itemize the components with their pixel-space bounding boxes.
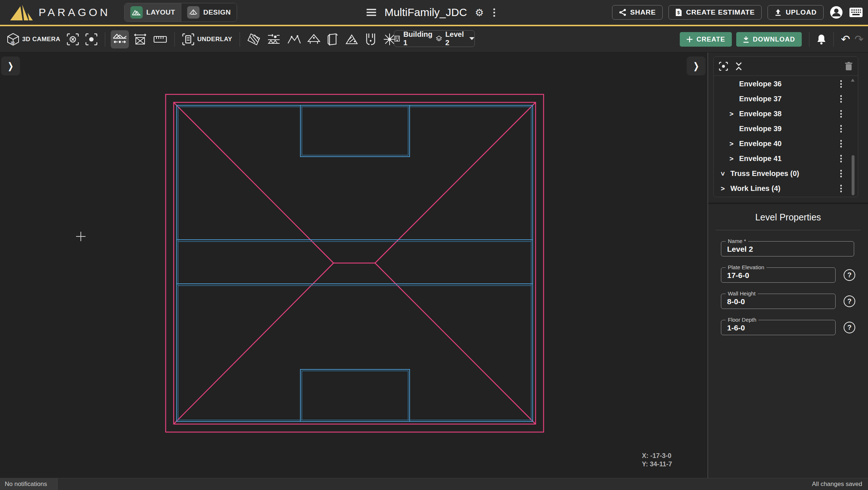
chevron-down-icon[interactable]: > xyxy=(719,169,727,179)
truss-spacing-icon xyxy=(267,33,281,46)
main-area: ❭ ❭ X: -17-3-0 Y: 34-11-7 xyxy=(0,52,868,478)
tab-layout[interactable]: LAYOUT xyxy=(125,3,181,21)
save-status: All changes saved xyxy=(812,481,868,488)
divider xyxy=(715,230,861,230)
account-icon[interactable] xyxy=(829,5,843,19)
focus-selection-icon[interactable] xyxy=(719,62,728,71)
help-icon[interactable]: ? xyxy=(844,322,855,333)
undo-icon[interactable]: ↶ xyxy=(841,34,850,45)
toolbar-separator xyxy=(809,32,809,47)
tool-measure[interactable] xyxy=(151,30,169,48)
chevron-right-icon[interactable]: > xyxy=(727,140,736,148)
share-button[interactable]: SHARE xyxy=(612,5,663,20)
tree-scrollbar[interactable] xyxy=(852,155,855,195)
3d-camera-label: 3D CAMERA xyxy=(22,36,60,43)
building-level-selector[interactable]: Building 1 Level 2 xyxy=(394,30,475,47)
wall-height-field: Wall Height xyxy=(721,294,836,309)
item-menu-icon[interactable] xyxy=(840,95,842,103)
more-options-icon[interactable] xyxy=(492,7,497,18)
item-menu-icon[interactable] xyxy=(840,185,842,192)
tree-item-envelope-36[interactable]: > Envelope 36 xyxy=(714,77,858,91)
name-field: Name * xyxy=(721,241,854,256)
chevron-right-icon[interactable]: > xyxy=(718,185,727,193)
tree-item-envelope-37[interactable]: > Envelope 37 xyxy=(714,91,858,106)
cursor-coordinates: X: -17-3-0 Y: 34-11-7 xyxy=(642,452,672,469)
create-button[interactable]: CREATE xyxy=(680,32,732,47)
toolbar-separator xyxy=(240,32,240,47)
download-button[interactable]: DOWNLOAD xyxy=(736,32,802,47)
title-cluster: MultiFamily_JDC ⚙ xyxy=(366,0,497,25)
tool-truss-spacing[interactable] xyxy=(265,30,283,48)
entity-tree: > Envelope 36 > Envelope 37 > Envelope 3… xyxy=(713,56,858,197)
bracing-icon xyxy=(345,34,358,45)
share-icon xyxy=(619,9,626,16)
tree-list: > Envelope 36 > Envelope 37 > Envelope 3… xyxy=(714,76,858,197)
tool-roof-outline[interactable] xyxy=(285,30,303,48)
tool-hangers[interactable] xyxy=(363,30,379,48)
tool-gable[interactable] xyxy=(305,30,322,48)
project-list-icon[interactable] xyxy=(366,8,376,16)
expand-right-panel-button[interactable]: ❭ xyxy=(687,56,706,75)
tree-item-truss-envelopes[interactable]: > Truss Envelopes (0) xyxy=(714,166,858,181)
keyboard-icon[interactable] xyxy=(849,7,863,17)
tree-item-envelope-41[interactable]: > Envelope 41 xyxy=(714,151,858,166)
item-menu-icon[interactable] xyxy=(840,140,842,148)
underlay-icon xyxy=(182,33,194,46)
tree-item-envelope-39[interactable]: > Envelope 39 xyxy=(714,121,858,136)
item-menu-icon[interactable] xyxy=(840,170,842,177)
top-bar-actions: SHARE $ CREATE ESTIMATE UPLOAD xyxy=(612,0,863,25)
tool-bracing[interactable] xyxy=(343,30,360,48)
sheathing-icon xyxy=(247,33,260,46)
cursor-x: X: -17-3-0 xyxy=(642,452,672,460)
paragon-logo-icon xyxy=(9,3,33,22)
chevron-right-icon[interactable]: > xyxy=(727,155,736,163)
project-title: MultiFamily_JDC xyxy=(384,6,467,19)
cursor-y: Y: 34-11-7 xyxy=(642,460,672,469)
scroll-up-arrow[interactable] xyxy=(851,79,855,82)
toolbar-separator xyxy=(105,32,105,47)
tool-zoom-selection[interactable] xyxy=(65,30,81,48)
hangers-icon xyxy=(365,33,376,46)
estimate-doc-icon: $ xyxy=(675,8,682,16)
dimensions-icon xyxy=(133,33,147,46)
create-estimate-button[interactable]: $ CREATE ESTIMATE xyxy=(668,5,762,20)
notifications-status[interactable]: No notifications xyxy=(0,478,58,490)
tool-roof-planes[interactable] xyxy=(111,30,129,48)
drawing-canvas[interactable]: ❭ ❭ X: -17-3-0 Y: 34-11-7 xyxy=(0,52,708,478)
settings-gear-icon[interactable]: ⚙ xyxy=(475,8,484,17)
help-icon[interactable]: ? xyxy=(844,295,855,307)
level-properties-title: Level Properties xyxy=(708,212,868,223)
tool-3d-camera[interactable]: 3D 3D CAMERA xyxy=(5,30,62,48)
tree-item-envelope-38[interactable]: > Envelope 38 xyxy=(714,106,858,121)
tool-wall-panel[interactable] xyxy=(325,30,341,48)
level-properties-panel: Level Properties Name * Plate Elevation … xyxy=(708,203,868,335)
field-row-floor-depth: Floor Depth ? xyxy=(721,320,868,335)
item-menu-icon[interactable] xyxy=(840,110,842,118)
notifications-bell-icon[interactable] xyxy=(817,34,826,45)
right-panel: > Envelope 36 > Envelope 37 > Envelope 3… xyxy=(708,52,868,478)
floor-plan-drawing xyxy=(0,52,708,478)
upload-button[interactable]: UPLOAD xyxy=(768,5,824,20)
collapse-all-icon[interactable] xyxy=(735,61,743,71)
toolbar: 3D 3D CAMERA xyxy=(0,26,868,52)
delete-trash-icon[interactable] xyxy=(845,62,853,71)
expand-left-panel-button[interactable]: ❭ xyxy=(1,56,20,75)
top-bar: PARAGON LAYOUT DESIGN MultiFa xyxy=(0,0,868,25)
help-icon[interactable]: ? xyxy=(844,269,855,281)
tool-zoom-fit[interactable] xyxy=(83,30,99,48)
tool-sheathing[interactable] xyxy=(245,30,262,48)
toolbar-separator xyxy=(833,32,834,47)
chevron-right-icon[interactable]: > xyxy=(727,110,736,118)
tool-dimensions[interactable] xyxy=(131,30,149,48)
item-menu-icon[interactable] xyxy=(840,125,842,133)
wall-panel-icon xyxy=(327,33,338,46)
item-menu-icon[interactable] xyxy=(840,155,842,162)
redo-icon[interactable]: ↷ xyxy=(855,34,864,45)
brand-name: PARAGON xyxy=(39,6,110,19)
svg-text:$: $ xyxy=(678,10,680,15)
tree-item-envelope-40[interactable]: > Envelope 40 xyxy=(714,136,858,151)
tree-item-work-lines[interactable]: > Work Lines (4) xyxy=(714,181,858,196)
tool-underlay[interactable]: UNDERLAY xyxy=(180,30,234,48)
item-menu-icon[interactable] xyxy=(840,80,842,88)
tab-design[interactable]: DESIGN xyxy=(181,3,237,21)
